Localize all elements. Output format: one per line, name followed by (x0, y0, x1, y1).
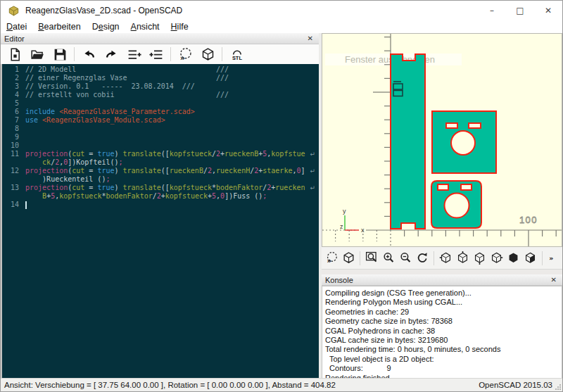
reset-view-icon (416, 251, 429, 265)
viewport-canvas[interactable]: Fenster ausschneiden 100 y x z (322, 33, 562, 247)
console-panel-title: Konsole (325, 276, 353, 284)
reset-view-button[interactable] (414, 250, 431, 267)
code-line: 12projection(cut = true) translate([ruec… (2, 167, 319, 175)
undo-icon (82, 47, 96, 62)
maximize-button[interactable]: □ (506, 1, 534, 20)
view-back-button[interactable] (522, 250, 539, 267)
render-button[interactable] (196, 45, 219, 63)
svg-text:STL: STL (232, 55, 241, 61)
render-button[interactable] (340, 250, 357, 267)
zoom-all-icon (365, 251, 379, 265)
console-output[interactable]: Compiling design (CSG Tree generation)..… (322, 286, 562, 379)
preview-icon: » (178, 47, 193, 62)
new-file-button[interactable] (4, 45, 26, 63)
z-axis-label: z (340, 223, 343, 230)
code-line: 13projection(cut = true) translate([kopf… (2, 184, 319, 192)
preview-button[interactable]: » (323, 250, 340, 267)
console-close-icon[interactable]: ✕ (549, 277, 559, 284)
new-file-icon (8, 47, 23, 62)
line-number: 7 (2, 116, 25, 125)
unindent-button[interactable] (122, 45, 145, 63)
line-number: 10 (2, 141, 25, 150)
zoom-out-icon (399, 251, 412, 265)
zoom-in-button[interactable] (380, 250, 397, 267)
line-number: 3 (2, 82, 25, 91)
code-line: 1// 2D Modell /// (2, 65, 319, 74)
indent-button[interactable] (145, 45, 167, 63)
redo-button[interactable] (100, 45, 122, 63)
view-right-button[interactable] (437, 250, 454, 267)
code-editor[interactable]: 1// 2D Modell ///2// einer Regenzglas Va… (1, 64, 319, 379)
zoom-out-button[interactable] (397, 250, 414, 267)
svg-text:»: » (327, 256, 331, 265)
x-axis-label: x (361, 227, 365, 234)
toolbar-separator (434, 251, 434, 265)
console-line: Contours: 9 (325, 364, 562, 373)
zoom-in-icon (382, 251, 396, 265)
line-number: 6 (2, 108, 25, 116)
line-wrap-icon: ↵ (310, 167, 315, 175)
view-front-button[interactable] (505, 250, 522, 267)
editor-panel-header[interactable]: Editor ✕ (1, 33, 319, 44)
line-number: 5 (2, 99, 25, 108)
title-bar[interactable]: ReagenzGlasVase_2D.scad - OpenSCAD – □ ✕ (1, 1, 562, 20)
minimize-button[interactable]: – (478, 1, 506, 20)
line-number: 1 (2, 65, 25, 74)
console-line: Top level object is a 2D object: (325, 355, 562, 364)
viewport-render: Fenster ausschneiden 100 y x z (322, 34, 562, 246)
shape-fuss (431, 181, 481, 228)
render-icon (342, 251, 355, 265)
window-title: ReagenzGlasVase_2D.scad - OpenSCAD (25, 6, 182, 15)
code-line: 7use <ReagenzGlasVase_Module.scad> (2, 116, 319, 125)
code-line: 4// erstellt von cobii /// (2, 91, 319, 99)
window-controls: – □ ✕ (478, 1, 562, 20)
indent-icon (149, 47, 164, 62)
menu-item-design[interactable]: Design (87, 20, 125, 33)
text-cursor (25, 201, 27, 209)
view-front-icon (507, 251, 520, 265)
status-bar: Ansicht: Verschiebung = [ 37.75 64.00 0.… (1, 378, 562, 391)
close-button[interactable]: ✕ (534, 1, 562, 20)
view-right-icon (439, 251, 453, 265)
menu-item-hilfe[interactable]: Hilfe (165, 20, 194, 33)
preview-button[interactable]: » (174, 45, 196, 63)
console-panel-header[interactable]: Konsole ✕ (322, 274, 562, 286)
menu-item-datei[interactable]: Datei (1, 20, 32, 33)
more-button[interactable]: » (545, 250, 562, 267)
redo-icon (104, 47, 119, 62)
resize-grip[interactable] (555, 384, 562, 391)
menu-item-ansicht[interactable]: Ansicht (125, 20, 165, 33)
code-line: 10 (2, 141, 319, 150)
horizontal-splitter[interactable] (322, 270, 562, 274)
toolbar-separator (74, 47, 75, 61)
openscad-window: ReagenzGlasVase_2D.scad - OpenSCAD – □ ✕… (0, 0, 563, 392)
code-line: 8 (2, 125, 319, 133)
open-file-button[interactable] (26, 45, 49, 63)
menu-item-bearbeiten[interactable]: Bearbeiten (32, 20, 86, 33)
line-number: 13 (2, 184, 25, 192)
editor-close-icon[interactable]: ✕ (305, 35, 315, 42)
svg-text:»: » (550, 254, 554, 262)
view-top-icon (456, 251, 469, 265)
console-line: CGAL Polyhedrons in cache: 38 (325, 327, 562, 336)
save-file-icon (53, 47, 68, 62)
code-line: 3// Version. 0.1 ----- 23.08.2014 /// (2, 82, 319, 91)
editor-toolbar: »STL (1, 44, 319, 65)
menu-bar: DateiBearbeitenDesignAnsichtHilfe (1, 20, 562, 33)
undo-button[interactable] (77, 45, 100, 63)
view-top-button[interactable] (454, 250, 471, 267)
line-number: 8 (2, 125, 25, 133)
line-number: 9 (2, 133, 25, 141)
line-number (2, 175, 25, 184)
zoom-all-button[interactable] (363, 250, 380, 267)
view-bottom-button[interactable] (472, 250, 488, 267)
view-left-button[interactable] (488, 250, 505, 267)
code-line: B+5,kopfstueck*bodenFaktor/2+kopfstueck+… (2, 192, 319, 201)
export-stl-button[interactable]: STL (225, 45, 248, 63)
export-stl-icon: STL (229, 47, 244, 62)
view-bottom-icon (473, 251, 486, 265)
code-line: 9 (2, 133, 319, 141)
line-number (2, 192, 25, 201)
line-number: 12 (2, 167, 25, 175)
save-file-button[interactable] (49, 45, 71, 63)
